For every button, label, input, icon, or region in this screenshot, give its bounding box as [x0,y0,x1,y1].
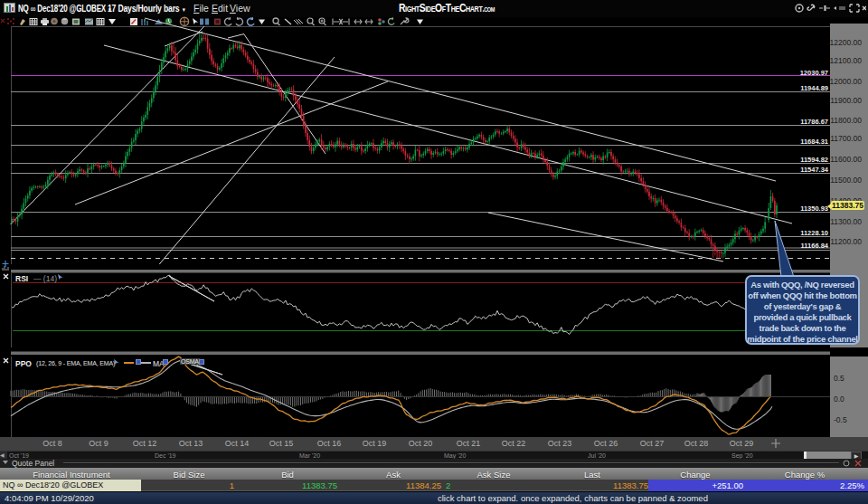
svg-text:11900.00: 11900.00 [830,96,862,105]
svg-text:12000.00: 12000.00 [830,77,863,86]
svg-text:11200.00: 11200.00 [830,237,862,246]
svg-text:0.0: 0.0 [834,395,844,404]
svg-text:12100.00: 12100.00 [830,56,863,65]
svg-text:11228.10: 11228.10 [800,229,828,237]
svg-text:11800.00: 11800.00 [830,116,862,125]
svg-text:11300.00: 11300.00 [830,217,862,226]
svg-text:11547.34: 11547.34 [800,166,829,174]
svg-text:11350.93: 11350.93 [800,204,828,213]
svg-text:11700.00: 11700.00 [830,134,862,143]
svg-text:12200.00: 12200.00 [830,38,863,47]
svg-text:11786.67: 11786.67 [800,118,828,126]
svg-text:12030.97: 12030.97 [800,69,828,77]
svg-text:11684.31: 11684.31 [800,138,828,146]
svg-text:11166.84: 11166.84 [801,242,829,250]
svg-text:-0.5: -0.5 [834,415,847,424]
svg-text:11594.82: 11594.82 [800,156,828,164]
svg-text:11944.89: 11944.89 [800,84,828,92]
svg-text:11600.00: 11600.00 [830,155,862,164]
svg-text:0.5: 0.5 [834,374,844,383]
svg-text:11500.00: 11500.00 [830,176,862,185]
